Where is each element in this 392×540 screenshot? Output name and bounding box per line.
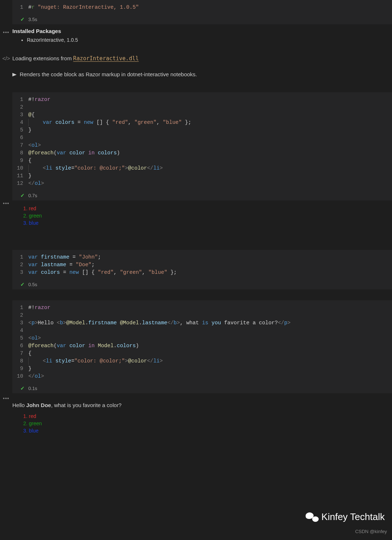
cell-3-status: ✓ 0.5s xyxy=(12,279,392,289)
color-item: 3. blue xyxy=(23,427,392,434)
code-block-razor-2[interactable]: 1#!razor23<p>Hello <b>@Model.firstname @… xyxy=(12,300,392,383)
code-block-vars[interactable]: 1var firstname = "John";2var lastname = … xyxy=(12,250,392,279)
cell-3-time: 0.5s xyxy=(28,282,37,287)
check-icon: ✓ xyxy=(20,16,25,22)
collapsed-arrow-icon: ▶ xyxy=(12,72,17,77)
check-icon: ✓ xyxy=(20,385,25,391)
color-item: 2. green xyxy=(23,420,392,427)
cell-2-status: ✓ 0.7s xyxy=(12,190,392,200)
csdn-attribution: CSDN @kinfey xyxy=(355,529,387,534)
code-icon: </> xyxy=(2,55,10,61)
hello-name: John Doe xyxy=(26,402,51,408)
check-icon: ✓ xyxy=(20,192,25,198)
renders-details[interactable]: ▶ Renders the code block as Razor markup… xyxy=(0,66,392,78)
color-list-2: 1. red2. green3. blue xyxy=(23,413,392,434)
hello-output: Hello John Doe, what is you favorite a c… xyxy=(0,401,392,411)
installed-packages: ••• Installed Packages RazorInteractive,… xyxy=(0,24,392,44)
installed-packages-heading: Installed Packages xyxy=(12,28,392,34)
installed-packages-list: RazorInteractive, 1.0.5 xyxy=(12,37,392,43)
output-colors-1: ••• 1. red2. green3. blue xyxy=(12,200,392,230)
ellipsis-icon[interactable]: ••• xyxy=(3,29,9,35)
cell-1: 1#r "nuget: RazorInteractive, 1.0.5" ✓ 3… xyxy=(0,0,392,24)
cell-2-time: 0.7s xyxy=(28,193,37,198)
cell-1-status: ✓ 3.5s xyxy=(12,14,392,24)
loading-filename[interactable]: RazorInteractive.dll xyxy=(73,55,139,62)
color-item: 1. red xyxy=(23,205,392,212)
cell-4-status: ✓ 0.1s xyxy=(12,383,392,393)
color-list-1: 1. red2. green3. blue xyxy=(23,205,392,227)
cell-4: 1#!razor23<p>Hello <b>@Model.firstname @… xyxy=(0,300,392,393)
renders-text: Renders the code block as Razor markup i… xyxy=(20,71,197,77)
cell-2: 1#!razor23@{4 var colors = new [] { "red… xyxy=(0,92,392,200)
hello-suffix: , what is you favorite a color? xyxy=(51,402,122,408)
color-item: 1. red xyxy=(23,413,392,420)
watermark: Kinfey Techtalk xyxy=(306,511,385,523)
output-colors-2: 1. red2. green3. blue xyxy=(12,411,392,437)
loading-extensions: </> Loading extensions from RazorInterac… xyxy=(0,44,392,66)
color-item: 3. blue xyxy=(23,219,392,227)
cell-3: 1var firstname = "John";2var lastname = … xyxy=(0,250,392,289)
code-block-nuget[interactable]: 1#r "nuget: RazorInteractive, 1.0.5" xyxy=(12,0,392,14)
code-block-razor-1[interactable]: 1#!razor23@{4 var colors = new [] { "red… xyxy=(12,92,392,190)
cell-4-time: 0.1s xyxy=(28,386,37,391)
watermark-text: Kinfey Techtalk xyxy=(322,511,385,523)
color-item: 2. green xyxy=(23,212,392,219)
hello-prefix: Hello xyxy=(12,402,26,408)
cell-1-time: 3.5s xyxy=(28,17,37,22)
installed-package-item: RazorInteractive, 1.0.5 xyxy=(27,37,392,43)
check-icon: ✓ xyxy=(20,281,25,287)
wechat-icon xyxy=(306,512,319,523)
loading-prefix: Loading extensions from xyxy=(12,55,73,61)
ellipsis-icon[interactable]: ••• xyxy=(3,200,9,206)
